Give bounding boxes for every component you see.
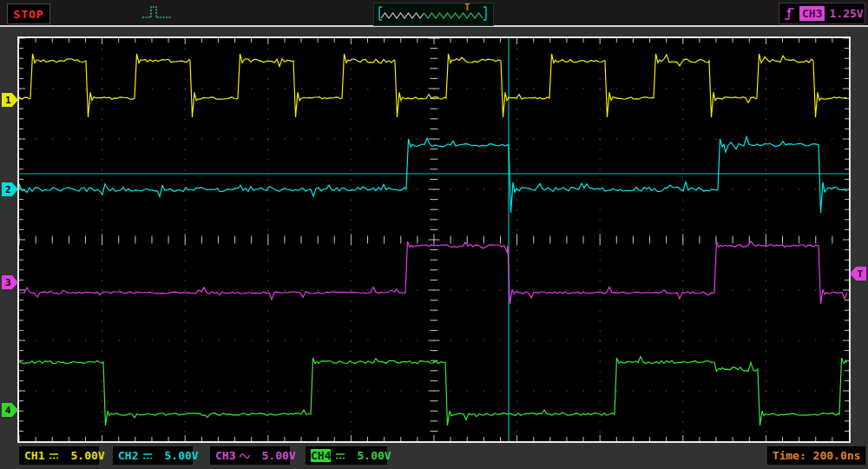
channel4-label: CH4 <box>311 449 331 462</box>
channel2-scale: 5.00V <box>164 449 198 462</box>
channel2-label: CH2 <box>118 449 138 462</box>
oscilloscope-screen: STOP T CH3 1.25V 1 2 3 4 T CH1 5.00V <box>0 0 868 469</box>
channel3-position-marker[interactable]: 3 <box>2 275 18 289</box>
channel1-info-box[interactable]: CH1 5.00V <box>19 446 99 465</box>
rising-edge-trigger-icon <box>784 5 795 22</box>
dc-coupling-icon <box>48 452 60 460</box>
dc-coupling-icon <box>141 452 154 460</box>
run-state-label: STOP <box>13 8 43 21</box>
trigger-level-marker[interactable]: T <box>850 267 866 281</box>
trace-ch1 <box>19 54 847 117</box>
timebase-box[interactable]: Time: 200.0ns <box>767 446 865 465</box>
channel2-position-marker[interactable]: 2 <box>2 182 18 196</box>
channel3-info-box[interactable]: CH3 5.00V <box>210 446 290 465</box>
ac-coupling-icon <box>239 452 251 460</box>
pulse-trigger-icon <box>140 3 176 23</box>
graticule <box>19 38 849 441</box>
channel4-info-box[interactable]: CH4 5.00V <box>306 446 387 465</box>
preview-waveform <box>374 3 491 23</box>
timebase-value: Time: 200.0ns <box>773 449 861 462</box>
channel4-scale: 5.00V <box>357 449 391 462</box>
trigger-readout[interactable]: CH3 1.25V <box>779 3 865 24</box>
trace-ch3 <box>19 241 847 304</box>
channel1-position-marker[interactable]: 1 <box>2 93 18 107</box>
trace-ch2 <box>19 137 847 214</box>
channel4-position-marker[interactable]: 4 <box>2 403 18 417</box>
right-bracket-icon <box>483 7 486 20</box>
channel3-label: CH3 <box>215 449 235 462</box>
waveform-display <box>19 38 849 441</box>
channel3-scale: 5.00V <box>261 449 295 462</box>
channel1-label: CH1 <box>24 449 44 462</box>
preview-trigger-marker[interactable]: T <box>464 2 470 13</box>
channel2-info-box[interactable]: CH2 5.00V <box>113 446 193 465</box>
horizontal-position-preview[interactable]: T <box>373 3 494 26</box>
trigger-level-value: 1.25V <box>829 7 863 20</box>
dc-coupling-icon <box>334 452 346 460</box>
run-state-badge[interactable]: STOP <box>7 3 50 24</box>
trigger-source-badge: CH3 <box>799 6 825 21</box>
channel1-scale: 5.00V <box>70 449 104 462</box>
